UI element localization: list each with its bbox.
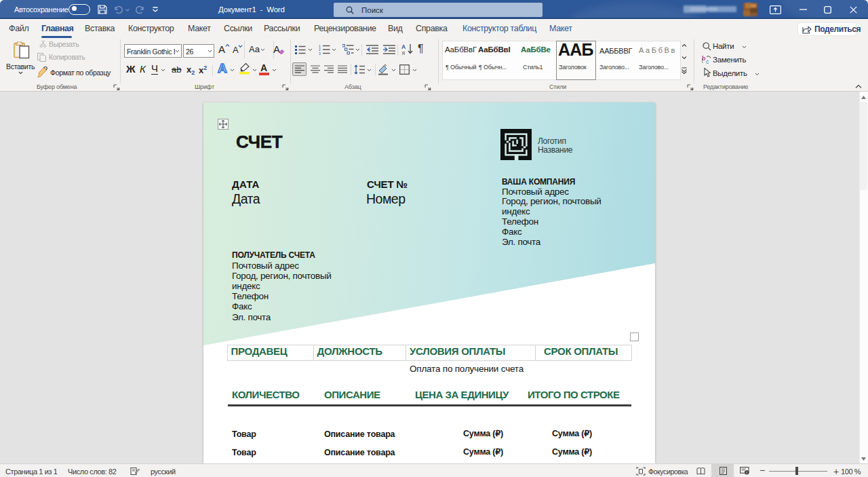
svg-text:я: я — [402, 50, 406, 56]
svg-text:c: c — [706, 58, 709, 64]
svg-text:3: 3 — [319, 52, 321, 55]
